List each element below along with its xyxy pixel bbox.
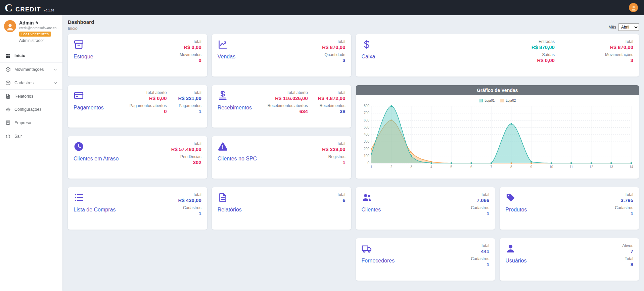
stat: Total R$ 228,00	[322, 141, 345, 152]
sidebar-item-label: Configurações	[14, 107, 58, 112]
card-title[interactable]: Lista de Compras	[74, 207, 116, 213]
card-produtos: Produtos Total 3.795 Cadastros 1	[500, 187, 639, 230]
svg-text:600: 600	[364, 118, 369, 122]
card-lista-de-compras: Lista de Compras Total R$ 430,00 Cadastr…	[68, 187, 207, 230]
user-icon	[505, 243, 516, 254]
stat: Entradas R$ 870,00	[532, 39, 555, 50]
credit-card-icon	[74, 90, 84, 101]
card-clientes: Clientes Total 7.066 Cadastros 1	[356, 187, 495, 230]
user-menu-avatar[interactable]	[629, 3, 638, 12]
box-icon	[5, 80, 11, 86]
svg-text:200: 200	[364, 147, 369, 151]
stat: Cadastros 1	[471, 205, 490, 216]
stat: Total aberto R$ 0,00	[130, 90, 167, 101]
sidebar-item-empresa[interactable]: Empresa	[0, 116, 62, 130]
sidebar: Admin ✎ credit@anronsoftware.co... LOJA …	[0, 15, 62, 291]
stat: Pagamentos 1	[178, 103, 201, 114]
page-title: Dashboard	[68, 19, 94, 25]
sidebar-item-movimentacoes[interactable]: Movimentações	[0, 62, 62, 76]
card-title[interactable]: Clientes no SPC	[218, 156, 257, 162]
legend-item-loja01[interactable]: Loja01	[479, 99, 495, 102]
grid-icon	[5, 53, 11, 58]
legend-swatch	[500, 99, 504, 102]
stat: Pagamentos abertos 0	[130, 103, 167, 114]
sidebar-item-configuracoes[interactable]: Configurações	[0, 103, 62, 116]
card-usuarios: Usuários Ativos 7 Total 8	[500, 238, 639, 281]
card-title[interactable]: Fornecedores	[362, 258, 395, 264]
person-icon	[5, 22, 15, 32]
warning-icon	[218, 141, 228, 152]
svg-text:300: 300	[364, 140, 369, 143]
sidebar-item-label: Relatórios	[14, 94, 58, 99]
card-title[interactable]: Clientes em Atraso	[74, 156, 119, 162]
stat: Pendências 302	[171, 154, 201, 165]
stat: Quantidade 3	[322, 52, 345, 63]
users-icon	[362, 192, 372, 203]
card-title[interactable]: Pagamentos	[74, 105, 104, 111]
sidebar-item-label: Sair	[14, 134, 58, 139]
chart-title: Gráfico de Vendas	[356, 85, 639, 95]
stat: Total 6	[337, 192, 345, 203]
stat: Total 441	[471, 243, 490, 254]
svg-text:700: 700	[364, 111, 369, 115]
dollar-icon	[362, 39, 372, 50]
stat: Total aberto R$ 116.026,00	[268, 90, 308, 101]
legend-item-loja02[interactable]: Loja02	[500, 99, 516, 102]
building-icon	[5, 120, 11, 126]
card-relatorios: Relatórios Total 6	[212, 187, 351, 230]
store-badge: LOJA VERTENTES	[19, 32, 51, 37]
card-title[interactable]: Estoque	[74, 54, 93, 60]
stat: Total 8	[622, 256, 633, 267]
stat: Total R$ 321,00	[178, 90, 201, 101]
sidebar-item-sair[interactable]: Sair	[0, 130, 62, 143]
stat: Total R$ 870,00	[322, 39, 345, 50]
edit-icon[interactable]: ✎	[36, 21, 39, 25]
sidebar-item-relatorios[interactable]: Relatórios	[0, 89, 62, 103]
stat: Movimentos 0	[180, 52, 201, 63]
sidebar-item-cadastros[interactable]: Cadastros	[0, 76, 62, 89]
sidebar-item-inicio[interactable]: Início	[0, 49, 62, 62]
breadcrumb[interactable]: Início	[68, 26, 94, 31]
file-icon	[218, 192, 228, 203]
card-fornecedores: Fornecedores Total 441 Cadastros 1	[356, 238, 495, 281]
stat: Movimentações 3	[605, 52, 633, 63]
app-version: v0.1.88	[44, 9, 54, 12]
card-title[interactable]: Relatórios	[218, 207, 242, 213]
sidebar-item-label: Início	[14, 53, 58, 58]
month-label: Mês	[608, 25, 616, 30]
card-caixa: Caixa Entradas R$ 870,00 Saídas R$ 0,00 …	[356, 34, 639, 77]
card-title[interactable]: Usuários	[505, 258, 526, 264]
sidebar-item-label: Cadastros	[14, 81, 49, 85]
receipt-dollar-icon	[218, 90, 228, 101]
stat: Total 7.066	[471, 192, 490, 203]
avatar[interactable]	[4, 20, 16, 32]
card-title[interactable]: Recebimentos	[218, 105, 252, 111]
chevron-down-icon	[53, 81, 58, 85]
chart-line-icon	[218, 39, 228, 50]
card-vendas: Vendas Total R$ 870,00 Quantidade 3	[212, 34, 351, 77]
card-clientes-no-spc: Clientes no SPC Total R$ 228,00 Registro…	[212, 136, 351, 179]
card-pagamentos: Pagamentos Total aberto R$ 0,00 Pagament…	[68, 85, 207, 128]
app-title: CREDIT	[15, 6, 41, 13]
month-select[interactable]: Abril	[618, 23, 639, 31]
person-icon	[630, 5, 637, 11]
sidebar-item-label: Movimentações	[14, 67, 49, 72]
stat: Ativos 7	[622, 243, 633, 254]
card-estoque: Estoque Total R$ 0,00 Movimentos 0	[68, 34, 207, 77]
card-title[interactable]: Produtos	[505, 207, 527, 213]
stat: Registros 1	[322, 154, 345, 165]
clock-icon	[74, 141, 84, 152]
stat: Cadastros 1	[178, 205, 201, 216]
card-title[interactable]: Caixa	[362, 54, 375, 60]
stat: Total R$ 0,00	[180, 39, 201, 50]
user-role: Administrador	[19, 38, 59, 43]
card-title[interactable]: Vendas	[218, 54, 235, 60]
card-title[interactable]: Clientes	[362, 207, 381, 213]
stat: Saídas R$ 0,00	[532, 52, 555, 63]
card-clientes-em-atraso: Clientes em Atraso Total R$ 57.480,00 Pe…	[68, 136, 207, 179]
legend-swatch	[479, 99, 483, 102]
brand: C CREDIT v0.1.88	[5, 2, 54, 13]
svg-text:100: 100	[364, 154, 369, 158]
svg-text:10: 10	[549, 165, 553, 169]
svg-text:800: 800	[364, 104, 369, 108]
